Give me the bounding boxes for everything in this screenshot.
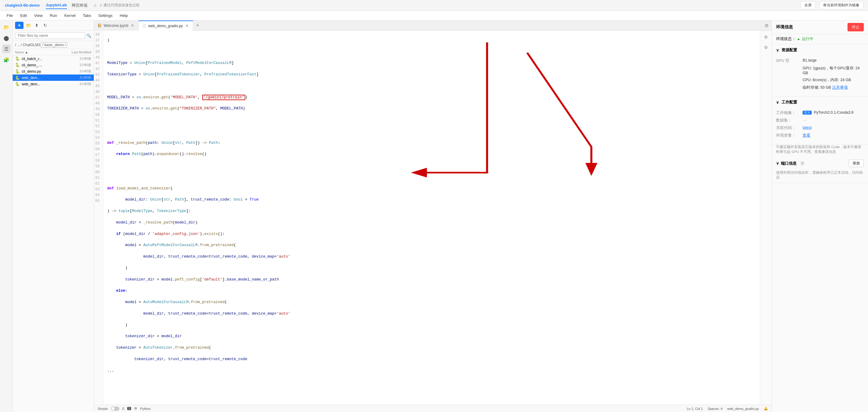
tab-gradio-close[interactable]: ✕: [185, 24, 189, 28]
add-port-button[interactable]: 添加: [849, 159, 864, 167]
tab-welcome-close[interactable]: ✕: [130, 23, 135, 28]
work-config-header[interactable]: ∨ 工作配置: [772, 96, 868, 108]
editor-settings-icon[interactable]: ⚙: [762, 23, 772, 28]
work-config-section: ∨ 工作配置 工作镜像： 官方 PyTorch2.0.1-Conda3.9 数据…: [772, 96, 868, 145]
breadcrumb-root[interactable]: / ...: [15, 43, 20, 47]
editor-gear-icon[interactable]: ⚙: [762, 33, 770, 41]
file-item-3[interactable]: 🐍 web_dem... 2小时前: [13, 75, 94, 81]
port-section: ∨ 端口信息 ? 添加 使用外部访问地址时，需确保程序已正常启动，访问协议: [772, 156, 868, 183]
mirror-button[interactable]: 将当前环境制作为镜像: [819, 1, 863, 9]
brand-label[interactable]: chatglm3-6b-demo: [5, 3, 40, 7]
env-var-value[interactable]: 查看: [803, 133, 864, 138]
file-time-4: 2小时前: [80, 82, 91, 86]
notice-link[interactable]: 注意事项: [832, 85, 848, 90]
cpu-row: CPU: 8core(s)，内存: 24 GB: [776, 78, 864, 83]
file-item-1[interactable]: 🐍 cli_demo_.... 2小时前: [13, 62, 94, 68]
tab-gradio-label: web_demo_gradio.py: [148, 24, 183, 28]
tab-welcome[interactable]: 📔 Welcome.ipynb ✕: [94, 21, 138, 31]
menu-run[interactable]: Run: [47, 12, 60, 19]
bell-icon[interactable]: 🔔: [764, 407, 768, 411]
filename-indicator: web_demo_gradio.py: [727, 407, 759, 411]
env-status-value: 运行中: [802, 36, 813, 41]
sidebar-circle-icon[interactable]: ⬤: [2, 34, 10, 42]
add-tab-button[interactable]: +: [193, 22, 203, 29]
gear-icon[interactable]: ⚙: [134, 407, 137, 411]
code-line-42: TOKENIZER_PATH = os.environ.get("TOKENIZ…: [107, 106, 756, 112]
file-list-header: Name ▲ Last Modified: [13, 49, 94, 56]
breadcrumb-basic-demo[interactable]: / basic_demo /: [41, 42, 67, 48]
tab-terminal[interactable]: 网页终端: [72, 1, 87, 9]
official-badge: 官方: [803, 111, 812, 115]
menu-tabs[interactable]: Tabs: [80, 12, 94, 19]
gpu-type-row: GPU 型 B1.large: [776, 58, 864, 63]
code-line-48: [107, 174, 756, 180]
editor-settings2-icon[interactable]: ⚙: [762, 43, 770, 51]
breadcrumb-chatglm3[interactable]: / ChatGLM3: [21, 43, 40, 47]
download-button[interactable]: ⬆: [33, 22, 40, 29]
line-numbers: 3637383940 4142434445 4647484950 5152535…: [94, 31, 103, 405]
upload-button[interactable]: 📁: [25, 22, 32, 29]
refresh-button[interactable]: ↻: [41, 22, 49, 29]
dataset-value: －: [803, 118, 864, 123]
tab-jupyterlab[interactable]: JupyterLab: [46, 1, 67, 9]
resource-config-body: GPU 型 B1.large GPU: 1gpu(s)，每个GPU显存: 24 …: [772, 56, 868, 96]
icon-sidebar: 📁 ⬤ ☰ 🧩: [0, 21, 13, 412]
code-line-36: ): [107, 38, 756, 43]
menu-help[interactable]: Help: [117, 12, 131, 19]
menu-file[interactable]: File: [4, 12, 16, 19]
right-panel-header: 环境信息 停止: [772, 21, 868, 34]
menu-view[interactable]: View: [31, 12, 45, 19]
tab-gradio[interactable]: 📄 web_demo_gradio.py ✕: [138, 21, 193, 31]
port-notice-text: 使用外部访问地址时，需确保程序已正常启动，访问协议: [776, 171, 863, 179]
env-status-row: 环境状态： ● 运行中: [772, 34, 868, 45]
code-line-64: tokenizer_dir, trust_remote_code=trust_r…: [107, 356, 756, 362]
sidebar-folder-icon[interactable]: 📁: [2, 23, 10, 31]
sidebar-puzzle-icon[interactable]: 🧩: [2, 56, 10, 64]
file-item-2[interactable]: 🐍 cli_demo.py 2小时前: [13, 68, 94, 75]
code-line-39: TokenizerType = Union[PreTrainedTokenize…: [107, 72, 756, 78]
code-line-51: ) -> tuple[ModelType, TokenizerType]:: [107, 208, 756, 214]
toggle-thumb: [112, 407, 115, 410]
file-icon-3: 🐍: [15, 76, 20, 80]
code-label: 关联代码：: [776, 125, 800, 130]
new-file-button[interactable]: +: [15, 22, 24, 29]
file-icon-2: 🐍: [15, 69, 20, 73]
col-name-header: Name ▲: [15, 50, 28, 54]
file-icon-1: 🐍: [15, 63, 20, 67]
work-config-title: 工作配置: [781, 99, 797, 105]
file-name-3: web_dem...: [22, 76, 78, 80]
file-time-2: 2小时前: [80, 69, 91, 73]
gpu-type-label: GPU 型: [776, 58, 800, 63]
code-line-58: else:: [107, 288, 756, 294]
status-right: Ln 1, Col 1 Spaces: 4 web_demo_gradio.py…: [687, 407, 768, 411]
work-config-body: 工作镜像： 官方 PyTorch2.0.1-Conda3.9 数据集： － 关联…: [772, 108, 868, 144]
menu-settings[interactable]: Settings: [95, 12, 116, 19]
search-bar: 🔍: [13, 30, 94, 41]
sidebar-list-icon[interactable]: ☰: [2, 45, 10, 53]
code-line-45: def _resolve_path(path: Union[str, Path]…: [107, 140, 756, 146]
menu-edit[interactable]: Edit: [17, 12, 30, 19]
code-editor[interactable]: 3637383940 4142434445 4647484950 5152535…: [94, 31, 760, 405]
file-item-0[interactable]: 🐍 cli_batch_r... 2小时前: [13, 56, 94, 62]
right-panel: 环境信息 停止 环境状态： ● 运行中 ∨ 资源配置 GPU 型 B1.larg…: [772, 21, 868, 412]
sort-arrow-icon[interactable]: ▲: [25, 50, 28, 54]
port-header-row: ∨ 端口信息 ? 添加: [772, 156, 868, 170]
breadcrumb: / ... / ChatGLM3 / basic_demo /: [13, 41, 94, 49]
menu-kernel[interactable]: Kernel: [61, 12, 79, 19]
search-icon: 🔍: [87, 33, 91, 38]
fullscreen-button[interactable]: 全屏: [801, 1, 815, 9]
mirror-name: PyTorch2.0.1-Conda3.9: [814, 110, 853, 115]
chevron-down-icon-3: ∨: [776, 161, 779, 166]
code-line-65: ...: [107, 368, 756, 374]
editor-area: 📔 Welcome.ipynb ✕ 📄 web_demo_gradio.py ✕…: [94, 21, 772, 412]
search-input[interactable]: [15, 32, 85, 39]
port-help-icon[interactable]: ?: [800, 161, 805, 166]
file-name-1: cli_demo_....: [22, 63, 78, 67]
code-line-57: tokenizer_dir = model.peft_config['defau…: [107, 277, 756, 283]
language-indicator[interactable]: Python: [140, 407, 150, 411]
file-item-4[interactable]: 🐍 web_dem... 2小时前: [13, 81, 94, 87]
resource-config-header[interactable]: ∨ 资源配置: [772, 45, 868, 56]
code-value[interactable]: latest: [803, 125, 864, 130]
stop-button[interactable]: 停止: [847, 23, 864, 31]
simple-toggle[interactable]: [111, 407, 119, 411]
